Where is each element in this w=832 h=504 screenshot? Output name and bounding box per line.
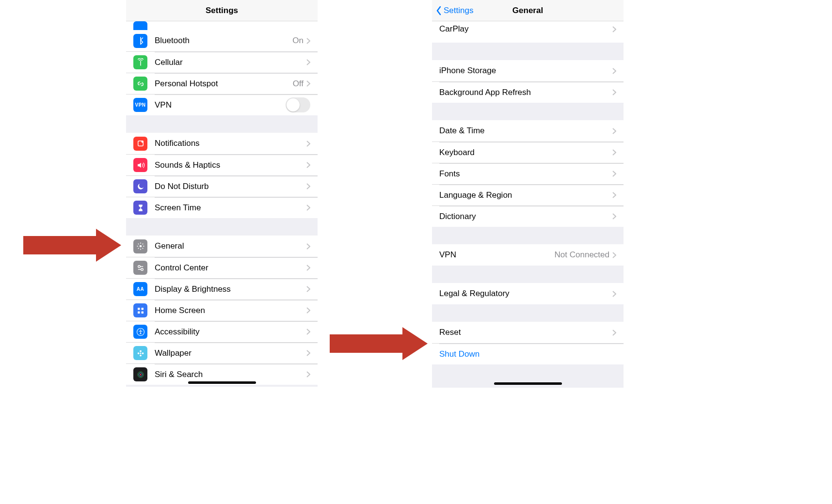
- row-screentime[interactable]: Screen Time: [126, 197, 318, 218]
- svg-rect-7: [138, 311, 140, 314]
- grid-icon: [133, 303, 147, 317]
- svg-rect-8: [141, 311, 144, 314]
- chevron-right-icon: [306, 141, 310, 147]
- chevron-right-icon: [612, 26, 616, 32]
- svg-point-11: [140, 352, 141, 354]
- row-label: VPN: [155, 100, 286, 110]
- group-spacer: [432, 103, 624, 120]
- chevron-right-icon: [306, 80, 310, 87]
- chevron-right-icon: [612, 330, 616, 336]
- chevron-right-icon: [612, 89, 616, 95]
- hourglass-icon: [133, 201, 147, 215]
- row-cellular[interactable]: Cellular: [126, 51, 318, 73]
- row-label: Notifications: [155, 139, 306, 148]
- svg-point-10: [140, 330, 141, 331]
- row-fonts[interactable]: Fonts: [432, 163, 624, 184]
- row-label: Sounds & Haptics: [155, 160, 306, 170]
- svg-point-3: [138, 265, 140, 268]
- chevron-right-icon: [612, 192, 616, 198]
- notifications-icon: [133, 137, 147, 151]
- row-label: Bluetooth: [155, 36, 292, 46]
- group-spacer: [432, 43, 624, 60]
- row-shutdown[interactable]: Shut Down: [432, 343, 624, 364]
- row-detail: Off: [293, 79, 304, 89]
- general-group: iPhone StorageBackground App Refresh: [432, 60, 624, 103]
- row-bluetooth[interactable]: BluetoothOn: [126, 30, 318, 51]
- row-dnd[interactable]: Do Not Disturb: [126, 175, 318, 197]
- svg-rect-6: [141, 308, 144, 310]
- row-general[interactable]: General: [126, 236, 318, 257]
- row-label: Fonts: [439, 169, 612, 179]
- svg-point-15: [142, 352, 144, 354]
- row-bgrefresh[interactable]: Background App Refresh: [432, 81, 624, 103]
- home-indicator[interactable]: [494, 382, 562, 385]
- settings-group: NotificationsSounds & HapticsDo Not Dist…: [126, 133, 318, 218]
- row-wallpaper[interactable]: Wallpaper: [126, 342, 318, 363]
- general-group: Date & TimeKeyboardFontsLanguage & Regio…: [432, 120, 624, 227]
- group-spacer: [126, 115, 318, 133]
- row-label: Home Screen: [155, 306, 306, 315]
- chevron-right-icon: [306, 371, 310, 378]
- chevron-right-icon: [306, 286, 310, 292]
- arrow-shaft: [330, 334, 402, 353]
- general-list[interactable]: CarPlay iPhone StorageBackground App Ref…: [432, 21, 624, 388]
- row-label: General: [155, 241, 306, 251]
- row-label: Keyboard: [439, 148, 612, 158]
- gear-icon: [133, 239, 147, 253]
- row-language[interactable]: Language & Region: [432, 184, 624, 205]
- back-button[interactable]: Settings: [436, 6, 473, 16]
- row-label: Accessibility: [155, 327, 306, 337]
- row-storage[interactable]: iPhone Storage: [432, 60, 624, 81]
- navbar-settings: Settings: [126, 0, 318, 21]
- vpn-icon: VPN: [133, 98, 147, 112]
- chevron-right-icon: [306, 350, 310, 356]
- row-control-center[interactable]: Control Center: [126, 257, 318, 278]
- chevron-right-icon: [306, 307, 310, 314]
- row-home[interactable]: Home Screen: [126, 299, 318, 321]
- svg-point-4: [141, 268, 143, 270]
- row-notifications[interactable]: Notifications: [126, 133, 318, 154]
- row-label: Background App Refresh: [439, 88, 612, 97]
- row-legal[interactable]: Legal & Regulatory: [432, 283, 624, 304]
- svg-rect-5: [138, 308, 140, 310]
- chevron-right-icon: [612, 171, 616, 177]
- siri-icon: [133, 367, 147, 381]
- row-sounds[interactable]: Sounds & Haptics: [126, 154, 318, 175]
- chevron-right-icon: [306, 243, 310, 250]
- row-label: VPN: [439, 250, 555, 260]
- row-label: Do Not Disturb: [155, 182, 306, 191]
- toggle-vpn[interactable]: [286, 97, 310, 112]
- chevron-right-icon: [306, 162, 310, 168]
- row-display[interactable]: AADisplay & Brightness: [126, 278, 318, 299]
- row-datetime[interactable]: Date & Time: [432, 120, 624, 142]
- row-dictionary[interactable]: Dictionary: [432, 205, 624, 227]
- row-vpn2[interactable]: VPNNot Connected: [432, 244, 624, 266]
- chevron-right-icon: [612, 149, 616, 156]
- row-detail: On: [292, 36, 304, 46]
- page-title: Settings: [206, 6, 238, 16]
- arrow-head: [96, 229, 121, 262]
- row-label: Control Center: [155, 263, 306, 273]
- general-group: VPNNot Connected: [432, 244, 624, 266]
- chevron-right-icon: [612, 291, 616, 297]
- row-hotspot[interactable]: Personal HotspotOff: [126, 73, 318, 94]
- chevron-right-icon: [306, 265, 310, 271]
- home-indicator[interactable]: [188, 381, 256, 384]
- row-carplay[interactable]: CarPlay: [432, 21, 624, 43]
- settings-list[interactable]: BluetoothOnCellularPersonal HotspotOffVP…: [126, 21, 318, 387]
- chevron-right-icon: [612, 68, 616, 74]
- row-label: Reset: [439, 328, 612, 337]
- back-label: Settings: [444, 6, 473, 16]
- row-vpn[interactable]: VPNVPN: [126, 94, 318, 115]
- row-keyboard[interactable]: Keyboard: [432, 142, 624, 163]
- settings-group: GeneralControl CenterAADisplay & Brightn…: [126, 236, 318, 385]
- row-reset[interactable]: Reset: [432, 322, 624, 343]
- general-screen: Settings General CarPlay iPhone StorageB…: [432, 0, 624, 388]
- svg-point-14: [137, 352, 139, 354]
- chevron-right-icon: [306, 183, 310, 189]
- row-accessibility[interactable]: Accessibility: [126, 321, 318, 342]
- settings-group: BluetoothOnCellularPersonal HotspotOffVP…: [126, 30, 318, 115]
- chevron-left-icon: [436, 6, 442, 16]
- group-spacer: [432, 266, 624, 283]
- annotation-arrow-shutdown: [330, 327, 428, 360]
